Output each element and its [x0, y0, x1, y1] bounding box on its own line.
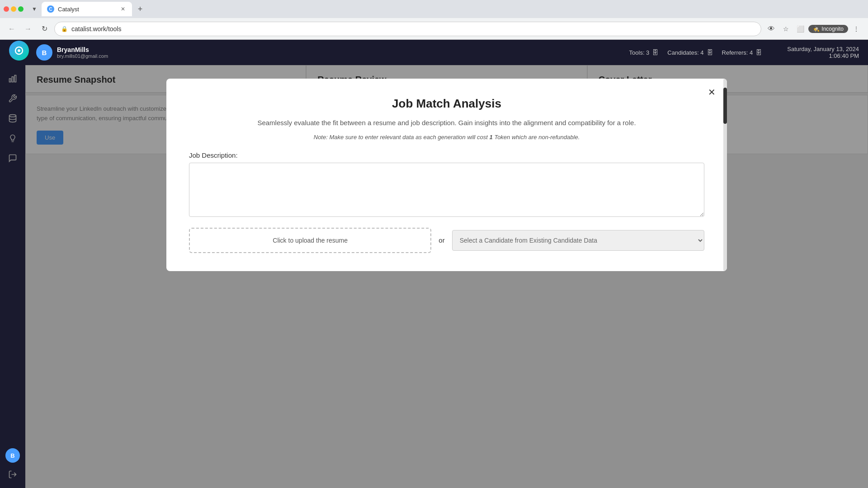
svg-rect-2 — [9, 79, 11, 82]
modal-scrollbar-thumb — [723, 88, 727, 124]
sidebar-item-database[interactable] — [5, 110, 21, 127]
browser-titlebar: ▼ C Catalyst ✕ + — [0, 0, 868, 18]
modal: ✕ Job Match Analysis Seamlessly evaluate… — [166, 79, 727, 271]
header-stats: Tools: 3 🗄 Candidates: 4 🗄 Referrers: 4 … — [629, 49, 762, 56]
eye-slash-icon[interactable]: 👁 — [765, 23, 778, 35]
sidebar-bottom: B — [5, 448, 21, 483]
chart-icon — [8, 74, 17, 83]
forward-button[interactable]: → — [22, 23, 34, 35]
header-datetime: Saturday, January 13, 2024 1:06:40 PM — [787, 46, 859, 59]
back-button[interactable]: ← — [5, 23, 18, 35]
tab-dropdown[interactable]: ▼ — [29, 4, 40, 14]
header-username: BryanMills — [57, 46, 108, 53]
upload-resume-label: Click to upload the resume — [273, 237, 348, 244]
date-display: Saturday, January 13, 2024 — [787, 46, 859, 52]
job-description-label: Job Description: — [189, 151, 704, 159]
header-logo — [9, 41, 29, 61]
refresh-button[interactable]: ↻ — [38, 23, 51, 35]
referrers-label: Referrers: 4 — [722, 49, 753, 56]
modal-note-prefix: Note: Make sure to enter relevant data a… — [314, 134, 490, 141]
nav-actions: 👁 ☆ ⬜ 🕵 Incognito ⋮ — [765, 23, 863, 35]
modal-scrollbar[interactable] — [723, 79, 727, 271]
candidate-select[interactable]: Select a Candidate from Existing Candida… — [452, 230, 704, 251]
upload-resume-box[interactable]: Click to upload the resume — [189, 228, 431, 253]
svg-rect-4 — [14, 75, 16, 82]
url-text: catalist.work/tools — [71, 25, 121, 33]
modal-subtitle: Seamlessly evaluate the fit between a re… — [189, 118, 704, 128]
sidebar-item-messages[interactable] — [5, 150, 21, 166]
tools-icon — [8, 94, 17, 103]
modal-close-button[interactable]: ✕ — [705, 86, 718, 99]
sidebar-avatar[interactable]: B — [5, 448, 20, 463]
lock-icon: 🔒 — [61, 26, 68, 32]
sidebar-item-logout[interactable] — [5, 466, 21, 483]
browser-navbar: ← → ↻ 🔒 catalist.work/tools 👁 ☆ ⬜ 🕵 Inco… — [0, 18, 868, 40]
incognito-icon: 🕵 — [813, 26, 820, 32]
svg-rect-3 — [12, 77, 13, 82]
address-bar[interactable]: 🔒 catalist.work/tools — [54, 22, 761, 36]
svg-point-5 — [9, 115, 16, 117]
sidebar: B — [0, 65, 25, 488]
tools-label: Tools: 3 — [629, 49, 650, 56]
header-user-info: BryanMills bry.mills01@gmail.com — [57, 46, 108, 59]
window-controls[interactable] — [4, 6, 24, 12]
upload-section: Click to upload the resume or Select a C… — [189, 228, 704, 253]
referrers-icon: 🗄 — [755, 49, 762, 56]
lightbulb-icon — [8, 134, 17, 143]
modal-overlay: ✕ Job Match Analysis Seamlessly evaluate… — [25, 65, 868, 488]
tab-close[interactable]: ✕ — [119, 5, 127, 13]
candidates-icon: 🗄 — [707, 49, 713, 56]
database-icon — [8, 114, 17, 123]
menu-button[interactable]: ⋮ — [850, 23, 863, 35]
sidebar-item-tools[interactable] — [5, 90, 21, 107]
logout-icon — [8, 470, 17, 479]
main-content: Resume Snapshot Resume Review Cover Lett… — [25, 65, 868, 488]
tab-title: Catalyst — [58, 6, 79, 13]
tab-favicon: C — [47, 5, 54, 13]
modal-title: Job Match Analysis — [189, 97, 704, 111]
modal-note: Note: Make sure to enter relevant data a… — [189, 134, 704, 141]
incognito-badge: 🕵 Incognito — [808, 25, 848, 33]
candidates-label: Candidates: 4 — [667, 49, 703, 56]
star-icon[interactable]: ☆ — [779, 23, 792, 35]
modal-note-suffix: Token which are non-refundable. — [493, 134, 580, 141]
app-header: B BryanMills bry.mills01@gmail.com Tools… — [0, 40, 868, 65]
tools-icon: 🗄 — [652, 49, 658, 56]
header-user: B BryanMills bry.mills01@gmail.com — [36, 44, 108, 61]
tools-stat: Tools: 3 🗄 — [629, 49, 659, 56]
header-avatar: B — [36, 44, 52, 61]
sidebar-item-analytics[interactable] — [5, 70, 21, 87]
or-divider: or — [439, 236, 444, 244]
candidates-stat: Candidates: 4 🗄 — [667, 49, 712, 56]
header-email: bry.mills01@gmail.com — [57, 53, 108, 59]
new-tab-button[interactable]: + — [134, 3, 146, 15]
svg-point-1 — [18, 49, 20, 52]
job-description-textarea[interactable] — [189, 163, 704, 217]
browser-tab[interactable]: C Catalyst ✕ — [42, 2, 132, 16]
time-display: 1:06:40 PM — [787, 52, 859, 59]
sidebar-item-lightbulb[interactable] — [5, 130, 21, 146]
incognito-label: Incognito — [821, 26, 844, 32]
referrers-stat: Referrers: 4 🗄 — [722, 49, 762, 56]
extension-icon[interactable]: ⬜ — [794, 23, 807, 35]
modal-note-bold: 1 — [490, 134, 493, 141]
message-icon — [8, 154, 17, 163]
